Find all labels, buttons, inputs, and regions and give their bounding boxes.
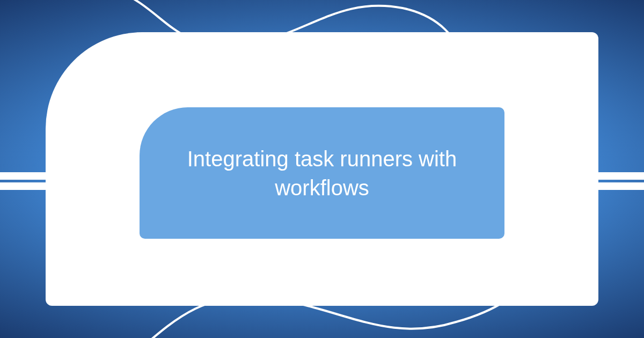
title-panel: Integrating task runners with workflows — [140, 107, 504, 239]
banner-card: Integrating task runners with workflows — [46, 32, 598, 306]
banner-title: Integrating task runners with workflows — [166, 144, 478, 202]
